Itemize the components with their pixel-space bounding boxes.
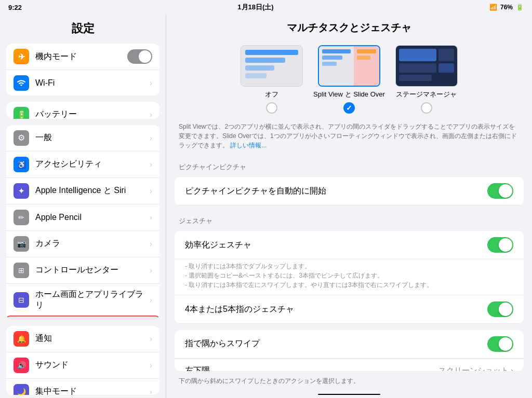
mode-preview-off: [241, 45, 303, 87]
sidebar-item-camera[interactable]: 📷 カメラ ›: [6, 231, 159, 257]
pip-auto-row: ピクチャインピクチャを自動的に開始: [175, 177, 524, 205]
airplane-toggle[interactable]: [127, 49, 152, 64]
wifi-label: Wi-Fi: [35, 78, 143, 88]
mode-option-stage[interactable]: ステージマネージャ: [395, 45, 458, 114]
control-center-icon: ⊞: [14, 263, 29, 278]
app-container: 設定 ✈ 機内モード Wi-Fi › ᛒ Bluetoo: [0, 15, 532, 398]
status-time: 9:22: [8, 4, 22, 11]
mode-radio-split[interactable]: [343, 102, 355, 114]
sidebar-group-connectivity: ✈ 機内モード Wi-Fi › ᛒ Bluetooth オン ›: [6, 44, 159, 95]
corner-swipe-row: 指で隅からスワイプ: [175, 330, 524, 359]
camera-icon: 📷: [14, 236, 29, 252]
bottom-left-label: 左下隅: [185, 365, 432, 371]
sound-icon: 🔊: [14, 358, 29, 373]
mode-description: Split Viewでは、2つのアプリが横に並んで表示され、アプリの間のスライダ…: [166, 120, 532, 155]
efficient-gesture-label: 効率化ジェスチャ: [185, 240, 481, 251]
apple-pencil-label: Apple Pencil: [35, 213, 143, 222]
sidebar-group-notifications: 🔔 通知 › 🔊 サウンド › 🌙 集中モード ›: [6, 326, 159, 395]
sidebar-item-control-center[interactable]: ⊞ コントロールセンター ›: [6, 257, 159, 284]
sidebar-item-notification[interactable]: 🔔 通知 ›: [6, 326, 159, 352]
mode-radio-stage[interactable]: [421, 102, 432, 114]
general-icon: ⚙: [14, 130, 29, 146]
home-indicator: [318, 394, 380, 395]
accessibility-icon: ♿: [14, 157, 29, 172]
sidebar-item-apple-intelligence[interactable]: ✦ Apple Intelligence と Siri ›: [6, 178, 159, 204]
battery-icon: 🔋: [516, 4, 524, 11]
bottom-desc: 下の隅から斜めにスワイプしたときのアクションを選択します。: [166, 374, 532, 391]
sidebar-item-focus[interactable]: 🌙 集中モード ›: [6, 379, 159, 395]
focus-label: 集中モード: [35, 386, 143, 395]
corner-swipe-group: 指で隅からスワイプ 左下隅 スクリーンショット › 右下隅 クイックメモ ›: [175, 330, 524, 371]
mode-selector: オフ: [166, 39, 532, 120]
four-finger-toggle[interactable]: [487, 301, 513, 317]
sidebar-item-multitask[interactable]: マルチタスクとジェスチャ ›: [6, 317, 159, 320]
mode-preview-split: [318, 45, 380, 87]
pip-auto-toggle[interactable]: [487, 183, 513, 199]
status-date: 1月18日(土): [237, 3, 273, 12]
battery-label: バッテリー: [35, 109, 143, 118]
home-screen-label: ホーム画面とアプリライブラリ: [35, 289, 143, 311]
corner-swipe-label: 指で隅からスワイプ: [185, 338, 481, 349]
accessibility-label: アクセシビリティ: [35, 159, 143, 170]
mode-option-split[interactable]: Split View と Slide Over: [313, 45, 385, 114]
mode-radio-off[interactable]: [266, 102, 277, 114]
sidebar-item-apple-pencil[interactable]: ✏ Apple Pencil ›: [6, 204, 159, 231]
battery-chevron: ›: [150, 111, 152, 119]
sidebar: 設定 ✈ 機内モード Wi-Fi › ᛒ Bluetoo: [0, 15, 166, 398]
four-finger-label: 4本または5本指のジェスチャ: [185, 304, 481, 315]
sidebar-item-airplane[interactable]: ✈ 機内モード: [6, 44, 159, 70]
sound-label: サウンド: [35, 360, 143, 370]
sidebar-item-sound[interactable]: 🔊 サウンド ›: [6, 352, 159, 379]
apple-pencil-icon: ✏: [14, 210, 29, 225]
sidebar-item-battery[interactable]: 🔋 バッテリー ›: [6, 102, 159, 119]
control-center-label: コントロールセンター: [35, 265, 143, 276]
bottom-left-row: 左下隅 スクリーンショット ›: [175, 359, 524, 371]
four-finger-row: 4本または5本指のジェスチャ: [175, 295, 524, 324]
corner-swipe-toggle[interactable]: [487, 336, 513, 352]
sidebar-item-home-screen[interactable]: ⊟ ホーム画面とアプリライブラリ ›: [6, 284, 159, 317]
efficient-gesture-row: 効率化ジェスチャ: [175, 231, 524, 259]
main-content: マルチタスクとジェスチャ オフ: [166, 15, 532, 398]
gesture-group: 効率化ジェスチャ - 取り消すには3本指でダブルタップします。 - 選択範囲をコ…: [175, 231, 524, 324]
sidebar-item-accessibility[interactable]: ♿ アクセシビリティ ›: [6, 152, 159, 178]
sidebar-item-wifi[interactable]: Wi-Fi ›: [6, 70, 159, 95]
description-link[interactable]: 詳しい情報...: [230, 142, 267, 149]
airplane-icon: ✈: [14, 49, 29, 64]
battery-icon-menu: 🔋: [14, 107, 29, 119]
notification-icon: 🔔: [14, 331, 29, 347]
mode-label-split: Split View と Slide Over: [313, 90, 385, 99]
sidebar-group-settings: ⚙ 一般 › ♿ アクセシビリティ › ✦ Apple Intelligence…: [6, 125, 159, 320]
pip-group: ピクチャインピクチャを自動的に開始 上にスワイプしてホーム画面に移動したり、ほか…: [175, 177, 524, 206]
gesture-section-label: ジェスチャ: [166, 209, 532, 228]
status-bar: 9:22 1月18日(土) 📶 76% 🔋: [0, 0, 532, 15]
apple-intelligence-icon: ✦: [14, 183, 29, 199]
wifi-chevron: ›: [150, 79, 152, 87]
mode-preview-stage: [395, 45, 458, 87]
efficient-gesture-toggle[interactable]: [487, 237, 513, 253]
mode-option-off[interactable]: オフ: [241, 45, 303, 114]
battery-indicator: 76%: [500, 4, 513, 11]
wifi-icon: 📶: [489, 4, 497, 11]
notification-label: 通知: [35, 333, 143, 344]
bottom-left-value: スクリーンショット ›: [438, 366, 513, 371]
camera-label: カメラ: [35, 238, 143, 249]
wifi-icon: [14, 75, 29, 91]
sidebar-item-general[interactable]: ⚙ 一般 ›: [6, 125, 159, 152]
main-title: マルチタスクとジェスチャ: [166, 15, 532, 39]
mode-label-stage: ステージマネージャ: [396, 90, 457, 99]
pip-auto-label: ピクチャインピクチャを自動的に開始: [185, 186, 481, 197]
efficient-gesture-desc: - 取り消すには3本指でダブルタップします。 - 選択範囲をコピー&ペーストする…: [175, 259, 524, 295]
mode-label-off: オフ: [265, 90, 278, 99]
pip-auto-desc: 上にスワイプしてホーム画面に移動したり、ほかのアプリを使用したりすると、ビデオ再…: [175, 205, 524, 206]
sidebar-group-battery: 🔋 バッテリー ›: [6, 102, 159, 119]
focus-icon: 🌙: [14, 384, 29, 395]
apple-intelligence-label: Apple Intelligence と Siri: [35, 185, 143, 196]
home-screen-icon: ⊟: [14, 292, 29, 308]
sidebar-title: 設定: [0, 15, 166, 40]
pip-section-label: ピクチャインピクチャ: [166, 155, 532, 174]
general-label: 一般: [35, 132, 143, 143]
airplane-label: 機内モード: [35, 51, 121, 62]
status-indicators: 📶 76% 🔋: [489, 4, 524, 11]
